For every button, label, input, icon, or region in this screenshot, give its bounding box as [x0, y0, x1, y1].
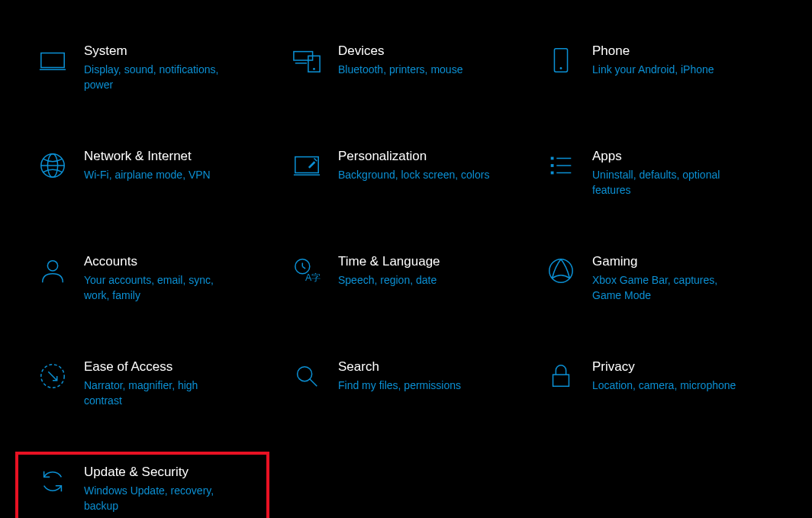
time-language-icon: A字 [292, 256, 321, 285]
settings-tile-phone[interactable]: Phone Link your Android, iPhone [524, 31, 778, 122]
svg-rect-16 [551, 164, 554, 167]
settings-tile-system[interactable]: System Display, sound, notifications, po… [15, 31, 269, 122]
update-icon [38, 467, 67, 496]
apps-icon [546, 151, 575, 180]
settings-tile-ease-of-access[interactable]: Ease of Access Narrator, magnifier, high… [15, 346, 269, 438]
svg-point-20 [47, 261, 57, 271]
globe-icon [38, 151, 67, 180]
tile-desc: Your accounts, email, sync, work, family [84, 273, 237, 303]
tile-desc: Wi-Fi, airplane mode, VPN [84, 168, 237, 183]
settings-tile-personalization[interactable]: Personalization Background, lock screen,… [269, 136, 524, 227]
settings-tile-update-security[interactable]: Update & Security Windows Update, recove… [15, 452, 269, 518]
tile-title: Privacy [592, 359, 756, 375]
svg-rect-29 [553, 375, 569, 386]
tile-title: Search [338, 359, 502, 375]
svg-line-13 [314, 159, 317, 162]
tile-desc: Find my files, permissions [338, 378, 491, 394]
tile-desc: Display, sound, notifications, power [84, 63, 237, 92]
tile-desc: Narrator, magnifier, high contrast [84, 378, 237, 408]
lock-icon [546, 362, 575, 391]
tile-desc: Bluetooth, printers, mouse [338, 63, 491, 78]
tile-title: Gaming [592, 253, 756, 270]
tile-title: Phone [592, 43, 756, 60]
tile-desc: Xbox Game Bar, captures, Game Mode [592, 273, 745, 303]
svg-point-25 [549, 259, 572, 282]
tile-title: Update & Security [84, 464, 248, 481]
tile-desc: Location, camera, microphone [592, 378, 745, 394]
tile-desc: Speech, region, date [338, 273, 491, 288]
phone-icon [546, 46, 575, 75]
settings-tile-gaming[interactable]: Gaming Xbox Game Bar, captures, Game Mod… [524, 241, 778, 333]
devices-icon [292, 46, 321, 75]
settings-tile-network[interactable]: Network & Internet Wi-Fi, airplane mode,… [15, 136, 269, 227]
search-icon [292, 362, 321, 391]
tile-desc: Link your Android, iPhone [592, 63, 745, 78]
tile-title: Apps [592, 148, 756, 165]
settings-tile-devices[interactable]: Devices Bluetooth, printers, mouse [269, 31, 524, 122]
tile-desc: Windows Update, recovery, backup [84, 484, 237, 513]
settings-tile-time-language[interactable]: A字 Time & Language Speech, region, date [269, 241, 524, 333]
gaming-icon [546, 256, 575, 285]
svg-rect-14 [551, 157, 554, 160]
system-icon [38, 46, 67, 75]
ease-of-access-icon [38, 362, 67, 391]
settings-tile-search[interactable]: Search Find my files, permissions [269, 346, 524, 438]
tile-title: Accounts [84, 253, 248, 270]
personalization-icon [292, 151, 321, 180]
settings-tile-privacy[interactable]: Privacy Location, camera, microphone [524, 346, 778, 438]
svg-line-23 [302, 266, 305, 269]
person-icon [38, 256, 67, 285]
tile-title: Devices [338, 43, 502, 60]
tile-title: Time & Language [338, 253, 502, 270]
svg-rect-18 [551, 172, 554, 175]
svg-point-7 [560, 67, 562, 69]
svg-point-4 [313, 68, 315, 70]
settings-tile-apps[interactable]: Apps Uninstall, defaults, optional featu… [524, 136, 778, 227]
svg-point-27 [298, 367, 312, 381]
settings-categories-grid: System Display, sound, notifications, po… [0, 0, 812, 518]
tile-title: Ease of Access [84, 359, 248, 375]
svg-rect-0 [41, 53, 64, 68]
tile-desc: Background, lock screen, colors [338, 168, 491, 183]
tile-desc: Uninstall, defaults, optional features [592, 168, 745, 198]
svg-line-28 [310, 379, 317, 387]
tile-title: System [84, 43, 248, 60]
tile-title: Personalization [338, 148, 502, 165]
settings-tile-accounts[interactable]: Accounts Your accounts, email, sync, wor… [15, 241, 269, 333]
svg-text:A字: A字 [305, 272, 321, 283]
tile-title: Network & Internet [84, 148, 248, 165]
